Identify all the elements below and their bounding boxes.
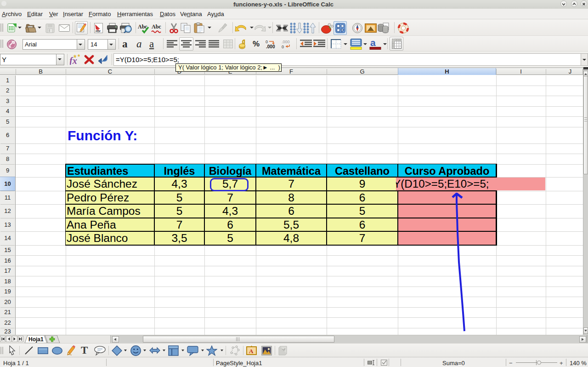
svg-text:a: a [370,38,376,48]
svg-text:0: 0 [266,40,268,44]
svg-text:A: A [249,348,254,355]
svg-text:Abc: Abc [152,23,161,30]
svg-text:fx: fx [70,56,77,65]
svg-text:0: 0 [282,45,284,49]
svg-text:.000: .000 [266,44,275,49]
svg-text:.000: .000 [282,40,290,44]
svg-text:PDF: PDF [96,30,101,33]
